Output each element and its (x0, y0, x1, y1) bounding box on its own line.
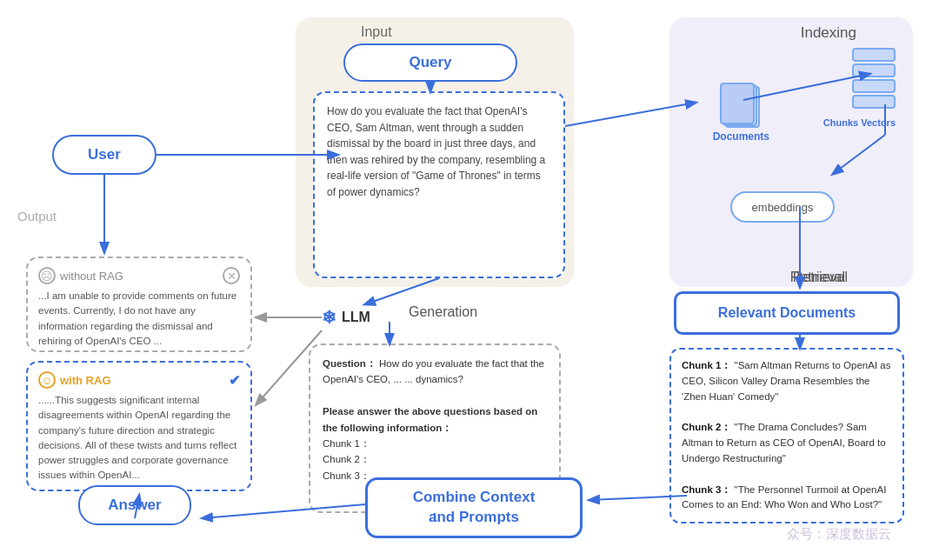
snowflake-icon: ❄ (322, 307, 336, 328)
llm-label: LLM (342, 310, 370, 325)
chunk3: Chunk 3： "The Personnel Turmoil at OpenA… (682, 483, 892, 514)
with-rag-box: ☺ with RAG ✔ ......This suggests signifi… (26, 361, 252, 491)
cylinder-1 (852, 48, 896, 62)
doc-layer-3 (720, 83, 755, 124)
chunks-vectors-label: Chunks Vectors (823, 117, 896, 128)
documents-label: Documents (713, 130, 769, 143)
combine-context-box: Combine Contextand Prompts (365, 477, 583, 538)
gen-question-row: Question： How do you evaluate the fact t… (323, 356, 547, 388)
with-rag-label-row: ☺ with RAG ✔ (38, 371, 240, 389)
watermark: 众号：深度数据云 (787, 526, 891, 543)
gen-answer-row: Please answer the above questions based … (323, 403, 547, 436)
sad-icon: ☹ (38, 267, 56, 284)
indexing-label: Indexing (801, 24, 856, 42)
without-rag-text: ...I am unable to provide comments on fu… (38, 289, 240, 349)
gen-chunk1: Chunk 1： (323, 436, 547, 451)
smile-icon: ☺ (38, 371, 56, 389)
query-text-box: How do you evaluate the fact that OpenAI… (313, 91, 565, 278)
with-rag-text: ......This suggests significant internal… (38, 393, 240, 483)
x-icon: ✕ (223, 267, 240, 284)
chunk1: Chunk 1： "Sam Altman Returns to OpenAI a… (682, 358, 892, 404)
gen-chunk2: Chunk 2： (323, 451, 547, 467)
doc-stack-icon (718, 83, 763, 128)
db-stack (852, 48, 896, 109)
cylinder-4 (852, 95, 896, 109)
cylinder-2 (852, 63, 896, 77)
relevant-docs-box: Relevant Documents (674, 291, 900, 335)
generation-label: Generation (409, 304, 477, 320)
query-box: Query (343, 43, 517, 82)
answer-box: Answer (78, 485, 191, 525)
chunk2: Chunk 2： "The Drama Concludes? Sam Altma… (682, 420, 892, 466)
output-label: Output (17, 209, 57, 223)
without-rag-label: ☹ without RAG ✕ (38, 267, 240, 284)
without-rag-box: ☹ without RAG ✕ ...I am unable to provid… (26, 257, 252, 352)
chunks-list: Chunk 1： "Sam Altman Returns to OpenAI a… (669, 348, 904, 523)
user-box: User (52, 135, 156, 175)
check-icon: ✔ (229, 372, 240, 389)
documents-area: Documents (713, 83, 769, 143)
embeddings-box: embeddings (730, 191, 835, 223)
input-label: Input (361, 24, 392, 40)
retrieval-section-label: Retrieval (790, 270, 845, 285)
llm-box: ❄ LLM (322, 300, 391, 335)
diagram: Input Indexing Output Retrieval Generati… (0, 0, 939, 560)
cylinder-3 (852, 79, 896, 93)
